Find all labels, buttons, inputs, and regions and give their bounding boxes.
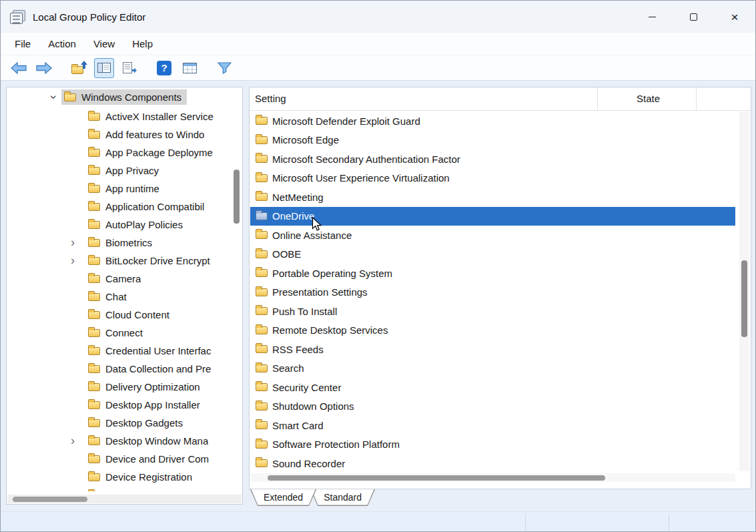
setting-name: OneDrive [272, 210, 314, 222]
chevron-right-icon[interactable] [71, 252, 88, 270]
tree-item[interactable]: App Privacy [7, 162, 242, 180]
menu-item[interactable]: View [85, 38, 123, 49]
folder-icon [256, 231, 268, 239]
tree-item[interactable]: App Package Deployme [7, 144, 242, 162]
tree-item[interactable]: App runtime [7, 180, 242, 198]
setting-name: Microsoft Defender Exploit Guard [272, 115, 420, 127]
folder-icon [88, 131, 100, 139]
list-row[interactable]: Push To Install [250, 302, 735, 321]
list-row[interactable]: Presentation Settings [250, 283, 735, 302]
tree-item[interactable]: Desktop App Installer [7, 396, 242, 414]
tree-item[interactable]: Application Compatibil [7, 198, 242, 216]
back-button[interactable] [9, 58, 29, 78]
menu-item[interactable]: Help [123, 38, 161, 49]
list-row[interactable]: Remote Desktop Services [250, 321, 735, 340]
list-row[interactable]: Microsoft Edge [250, 131, 735, 150]
up-one-level-icon [71, 62, 86, 74]
folder-icon [88, 203, 100, 211]
folder-icon [256, 364, 268, 372]
list-row[interactable]: Online Assistance [250, 226, 735, 245]
menu-item[interactable]: Action [39, 38, 85, 49]
list-row[interactable]: Sound Recorder [250, 454, 735, 473]
list-row[interactable]: Security Center [250, 378, 735, 397]
tree-horizontal-scrollbar[interactable] [7, 495, 242, 503]
list-horizontal-scrollbar-thumb[interactable] [268, 475, 605, 481]
folder-icon [88, 167, 100, 175]
up-one-level-button[interactable] [69, 58, 89, 78]
tree-item[interactable]: Desktop Gadgets [7, 414, 242, 432]
maximize-button[interactable] [673, 1, 714, 33]
export-list-button[interactable] [119, 58, 139, 78]
list-row[interactable]: OneDrive [250, 207, 735, 226]
list-row[interactable]: Search [250, 359, 735, 378]
tree-item[interactable]: BitLocker Drive Encrypt [7, 252, 242, 270]
view-tab[interactable]: Standard [310, 489, 375, 506]
folder-icon [88, 383, 100, 391]
list-row[interactable]: Shutdown Options [250, 397, 735, 417]
folder-icon [256, 212, 268, 220]
column-divider[interactable] [696, 87, 697, 110]
properties-button[interactable] [179, 58, 200, 78]
column-header-setting[interactable]: Setting [255, 93, 286, 104]
folder-icon [88, 437, 100, 445]
tree-item[interactable]: Device Registration [7, 468, 242, 486]
folder-icon [256, 421, 268, 429]
show-console-tree-button[interactable] [94, 58, 114, 78]
app-icon [10, 10, 26, 24]
folder-icon [256, 288, 268, 296]
minimize-button[interactable] [631, 1, 673, 33]
list-row[interactable]: OOBE [250, 245, 735, 264]
folder-icon [256, 326, 268, 334]
help-button[interactable]: ? [154, 58, 174, 78]
console-tree-pane: Windows Components ActiveX Installer Ser… [6, 87, 243, 505]
list-row[interactable]: Portable Operating System [250, 264, 735, 283]
folder-icon [256, 155, 268, 163]
tree-item-label: ActiveX Installer Service [105, 111, 214, 122]
close-button[interactable]: × [714, 1, 755, 33]
tree-item[interactable]: AutoPlay Policies [7, 216, 242, 234]
column-divider[interactable] [597, 87, 598, 110]
folder-icon [88, 329, 100, 337]
list-row[interactable]: Microsoft Secondary Authentication Facto… [250, 150, 735, 169]
list-row[interactable]: RSS Feeds [250, 340, 735, 359]
minimize-icon [649, 17, 656, 17]
list-row[interactable]: NetMeeting [250, 188, 735, 207]
view-tab[interactable]: Extended [250, 489, 316, 506]
forward-button[interactable] [34, 58, 54, 78]
tree-item[interactable]: Data Collection and Pre [7, 360, 242, 378]
filter-button[interactable] [214, 58, 234, 78]
tree-item-label: Add features to Windo [105, 129, 204, 140]
chevron-right-icon[interactable] [71, 432, 88, 450]
tree-item[interactable]: Connect [7, 324, 242, 342]
tree-item[interactable]: Delivery Optimization [7, 378, 242, 396]
folder-icon [256, 307, 268, 315]
tree-item[interactable]: Biometrics [7, 234, 242, 252]
list-row[interactable]: Software Protection Platform [250, 435, 735, 455]
tree-item[interactable]: Add features to Windo [7, 125, 242, 144]
tree-item[interactable]: Credential User Interfac [7, 342, 242, 360]
tree-item[interactable]: Chat [7, 288, 242, 306]
tree-horizontal-scrollbar-thumb[interactable] [13, 497, 87, 502]
list-vertical-scrollbar[interactable] [739, 111, 749, 471]
list-row[interactable]: Microsoft Defender Exploit Guard [250, 111, 735, 131]
chevron-right-icon[interactable] [71, 234, 88, 252]
list-horizontal-scrollbar[interactable] [250, 473, 735, 482]
toolbar: ? [1, 55, 755, 81]
tree-vertical-scrollbar-thumb[interactable] [234, 170, 240, 224]
tree-item-windows-components[interactable]: Windows Components [7, 87, 242, 107]
list-row[interactable]: Microsoft User Experience Virtualization [250, 169, 735, 188]
folder-icon [88, 185, 100, 193]
tree-item[interactable]: Camera [7, 270, 242, 288]
column-header-state[interactable]: State [637, 93, 660, 104]
tree-item[interactable]: Cloud Content [7, 306, 242, 324]
tree-item-label: App runtime [105, 183, 159, 194]
list-row[interactable]: Smart Card [250, 416, 735, 435]
menu-item[interactable]: File [6, 38, 39, 49]
tree-item[interactable]: Device and Driver Com [7, 450, 242, 468]
chevron-down-icon[interactable] [45, 90, 61, 104]
folder-icon [88, 275, 100, 283]
list-vertical-scrollbar-thumb[interactable] [741, 260, 747, 337]
tree-item[interactable]: ActiveX Installer Service [7, 107, 242, 125]
tree-item[interactable]: Desktop Window Mana [7, 432, 242, 450]
tree-item[interactable]: Digital Locker [7, 486, 242, 491]
